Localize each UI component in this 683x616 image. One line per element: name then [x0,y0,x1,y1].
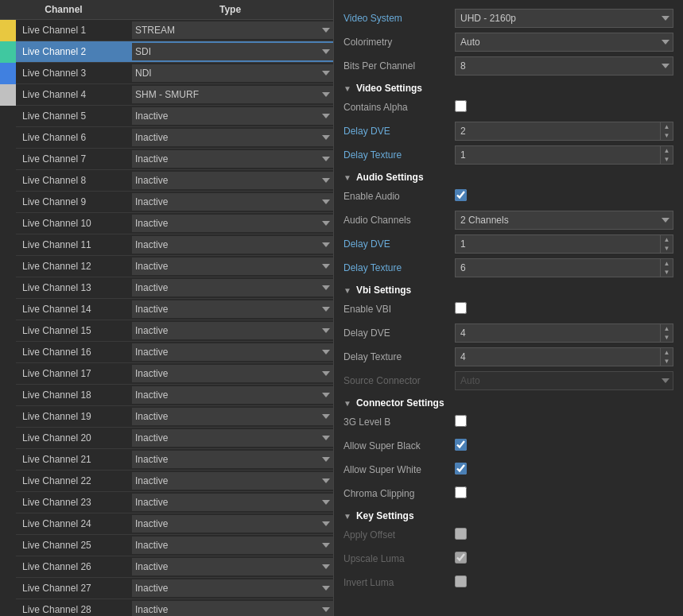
audio-settings-section[interactable]: ▼ Audio Settings [343,172,673,183]
channel-type-select[interactable]: NDI [132,64,333,82]
channel-type-select[interactable]: Inactive [132,107,333,125]
channel-type-select[interactable]: Inactive [132,300,333,318]
vbi-delay-texture-up[interactable]: ▲ [661,348,673,357]
channel-type-select[interactable]: Inactive [132,494,333,511]
channel-type-select[interactable]: Inactive [132,515,333,533]
audio-delay-texture-up[interactable]: ▲ [661,259,673,268]
channel-type-select[interactable]: Inactive [132,279,333,296]
channel-type-select[interactable]: SHM - SMURF [132,86,333,103]
video-system-value[interactable]: UHD - 2160p [455,9,673,28]
audio-delay-dve-down[interactable]: ▼ [661,244,673,253]
contains-alpha-checkbox[interactable] [455,100,467,112]
channel-type-select[interactable]: Inactive [132,258,333,275]
channel-row[interactable]: Live Channel 25Inactive [0,535,333,556]
channel-row[interactable]: Live Channel 12Inactive [0,256,333,277]
channel-name: Live Channel 4 [16,89,127,100]
channel-row[interactable]: Live Channel 6Inactive [0,127,333,149]
channel-row[interactable]: Live Channel 26Inactive [0,556,333,578]
channel-row[interactable]: Live Channel 15Inactive [0,320,333,342]
apply-offset-checkbox[interactable] [455,528,467,540]
video-delay-dve-arrows: ▲ ▼ [660,122,673,140]
video-delay-texture-up[interactable]: ▲ [661,146,673,155]
level-b-checkbox[interactable] [455,415,467,427]
connector-settings-section[interactable]: ▼ Connector Settings [343,397,673,409]
super-white-checkbox[interactable] [455,463,467,475]
channel-row[interactable]: Live Channel 24Inactive [0,513,333,535]
audio-delay-texture-input[interactable]: 6 ▲ ▼ [455,258,673,277]
vbi-delay-texture-down[interactable]: ▼ [661,357,673,366]
channel-row[interactable]: Live Channel 21Inactive [0,449,333,471]
super-black-checkbox[interactable] [455,439,467,451]
channel-row[interactable]: Live Channel 7Inactive [0,149,333,170]
audio-delay-dve-up[interactable]: ▲ [661,235,673,244]
channel-row[interactable]: Live Channel 27Inactive [0,578,333,599]
vbi-delay-dve-input[interactable]: 4 ▲ ▼ [455,323,673,343]
channel-row[interactable]: Live Channel 16Inactive [0,342,333,363]
channel-row[interactable]: Live Channel 14Inactive [0,299,333,320]
vbi-delay-texture-input[interactable]: 4 ▲ ▼ [455,347,673,366]
channel-type-select[interactable]: Inactive [132,386,333,404]
channel-type-select[interactable]: SDI [132,43,333,60]
channel-row[interactable]: Live Channel 20Inactive [0,428,333,449]
channel-type-select[interactable]: Inactive [132,150,333,168]
channel-row[interactable]: Live Channel 10Inactive [0,213,333,234]
video-delay-dve-input[interactable]: 2 ▲ ▼ [455,122,673,141]
channel-type-select[interactable]: Inactive [132,579,333,597]
channel-row[interactable]: Live Channel 4SHM - SMURF [0,84,333,106]
audio-delay-dve-input[interactable]: 1 ▲ ▼ [455,234,673,254]
channel-row[interactable]: Live Channel 11Inactive [0,234,333,256]
vbi-delay-dve-up[interactable]: ▲ [661,324,673,333]
vbi-delay-dve-down[interactable]: ▼ [661,333,673,342]
channel-type-select[interactable]: Inactive [132,601,333,616]
key-settings-section[interactable]: ▼ Key Settings [343,510,673,521]
channel-type-select[interactable]: Inactive [132,215,333,232]
channel-row[interactable]: Live Channel 17Inactive [0,363,333,385]
channel-row[interactable]: Live Channel 9Inactive [0,192,333,213]
enable-vbi-checkbox[interactable] [455,302,467,314]
channel-type-select[interactable]: Inactive [132,343,333,361]
channel-type-select[interactable]: Inactive [132,322,333,339]
video-system-select[interactable]: UHD - 2160p [455,9,673,28]
channel-type-select[interactable]: Inactive [132,193,333,211]
video-delay-texture-input[interactable]: 1 ▲ ▼ [455,145,673,165]
channel-row[interactable]: Live Channel 22Inactive [0,471,333,492]
channel-type-select[interactable]: Inactive [132,365,333,382]
channel-type-select[interactable]: Inactive [132,236,333,254]
channel-type-select[interactable]: Inactive [132,129,333,146]
channel-row[interactable]: Live Channel 8Inactive [0,170,333,192]
channel-type-select[interactable]: Inactive [132,172,333,189]
video-delay-texture-down[interactable]: ▼ [661,155,673,164]
channel-type-select[interactable]: Inactive [132,472,333,490]
source-connector-select[interactable]: Auto [455,371,673,390]
channel-color-swatch [0,149,16,170]
channel-row[interactable]: Live Channel 18Inactive [0,385,333,406]
channel-type-select[interactable]: Inactive [132,537,333,554]
channel-row[interactable]: Live Channel 28Inactive [0,599,333,616]
video-delay-dve-down[interactable]: ▼ [661,131,673,140]
channel-row[interactable]: Live Channel 2SDI [0,41,333,63]
channel-type-select[interactable]: Inactive [132,429,333,447]
channel-header: Channel Type [0,0,333,20]
upscale-luma-checkbox[interactable] [455,552,467,564]
audio-delay-texture-down[interactable]: ▼ [661,268,673,277]
channel-type-select[interactable]: Inactive [132,451,333,468]
vbi-delay-texture-label: Delay Texture [343,351,455,362]
channel-row[interactable]: Live Channel 1STREAM [0,20,333,41]
chroma-clipping-checkbox[interactable] [455,486,467,498]
vbi-settings-section[interactable]: ▼ Vbi Settings [343,285,673,296]
invert-luma-checkbox[interactable] [455,575,467,587]
enable-audio-checkbox[interactable] [455,189,467,201]
channel-row[interactable]: Live Channel 5Inactive [0,106,333,127]
video-settings-section[interactable]: ▼ Video Settings [343,83,673,94]
audio-channels-select[interactable]: 2 Channels [455,211,673,230]
channel-row[interactable]: Live Channel 19Inactive [0,406,333,428]
channel-row[interactable]: Live Channel 13Inactive [0,277,333,299]
channel-type-select[interactable]: STREAM [132,21,333,39]
channel-row[interactable]: Live Channel 3NDI [0,63,333,84]
channel-type-select[interactable]: Inactive [132,558,333,575]
bits-per-channel-select[interactable]: 8 [455,56,673,76]
colorimetry-select[interactable]: Auto [455,33,673,52]
video-delay-dve-up[interactable]: ▲ [661,122,673,131]
channel-type-select[interactable]: Inactive [132,408,333,425]
channel-row[interactable]: Live Channel 23Inactive [0,492,333,513]
